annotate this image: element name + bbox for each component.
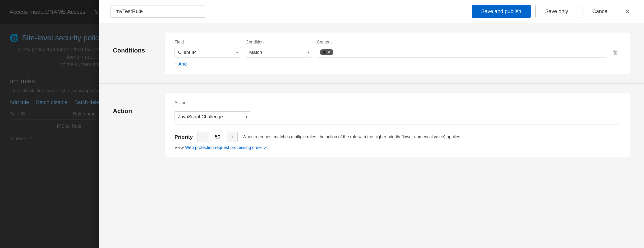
priority-label: Priority	[174, 134, 193, 140]
priority-decrement-button[interactable]: −	[198, 132, 208, 142]
priority-section: Priority − + When a request matches mult…	[174, 124, 620, 150]
edit-rule-modal: Save and publish Save only Cancel × Cond…	[99, 0, 644, 248]
action-section: Action Action JavaScript Challenge Block…	[99, 83, 644, 167]
content-input-area[interactable]: ✕	[317, 47, 606, 57]
priority-view-text: View	[174, 145, 184, 150]
action-col-label: Action	[174, 100, 186, 105]
modal-body: Conditions Field Client IP URL User Agen…	[99, 23, 644, 248]
priority-description: When a request matches multiple rules, t…	[242, 134, 620, 140]
condition-select[interactable]: Match Not Match Contains Not Contains	[246, 47, 312, 57]
delete-condition-button[interactable]: 🗑	[611, 47, 620, 57]
priority-row: Priority − + When a request matches mult…	[174, 132, 620, 142]
and-link[interactable]: + And	[174, 61, 187, 67]
tag-dot	[323, 51, 326, 54]
priority-link-row: View Web protection request processing o…	[174, 145, 620, 150]
tag-close-icon[interactable]: ✕	[327, 50, 330, 54]
external-link-icon: ↗	[264, 145, 267, 150]
content-tag: ✕	[320, 49, 334, 55]
field-col: Field Client IP URL User Agent Referer ▾	[174, 40, 241, 57]
save-and-publish-button[interactable]: Save and publish	[472, 5, 531, 18]
action-content: Action JavaScript Challenge Block Allow …	[165, 93, 630, 157]
close-button[interactable]: ×	[623, 8, 632, 15]
priority-input[interactable]	[208, 132, 227, 142]
content-col-header: Content	[317, 40, 606, 45]
action-row: Action JavaScript Challenge Block Allow …	[174, 100, 620, 122]
priority-stepper: − +	[198, 132, 238, 142]
action-select[interactable]: JavaScript Challenge Block Allow Log	[174, 111, 250, 122]
cancel-button[interactable]: Cancel	[582, 5, 618, 18]
condition-select-wrapper: Match Not Match Contains Not Contains ▾	[246, 47, 312, 57]
conditions-label: Conditions	[113, 33, 151, 54]
conditions-inner: Conditions Field Client IP URL User Agen…	[113, 33, 630, 74]
web-protection-link[interactable]: Web protection request processing order	[185, 145, 262, 150]
action-inner: Action Action JavaScript Challenge Block…	[113, 93, 630, 157]
priority-increment-button[interactable]: +	[227, 132, 238, 142]
content-col: Content ✕	[317, 40, 606, 57]
action-label: Action	[113, 93, 151, 115]
field-select[interactable]: Client IP URL User Agent Referer	[174, 47, 241, 57]
conditions-section: Conditions Field Client IP URL User Agen…	[99, 23, 644, 83]
conditions-header-row: Field Client IP URL User Agent Referer ▾	[174, 40, 620, 57]
save-only-button[interactable]: Save only	[536, 5, 578, 18]
condition-col: Condition Match Not Match Contains Not C…	[246, 40, 312, 57]
modal-header: Save and publish Save only Cancel ×	[99, 0, 644, 23]
condition-col-header: Condition	[246, 40, 312, 45]
content-text-input[interactable]	[335, 50, 603, 55]
conditions-content: Field Client IP URL User Agent Referer ▾	[165, 33, 630, 74]
action-select-wrapper: JavaScript Challenge Block Allow Log ▾	[174, 111, 250, 122]
rule-name-input[interactable]	[110, 5, 205, 18]
field-select-wrapper: Client IP URL User Agent Referer ▾	[174, 47, 241, 57]
field-col-header: Field	[174, 40, 241, 45]
